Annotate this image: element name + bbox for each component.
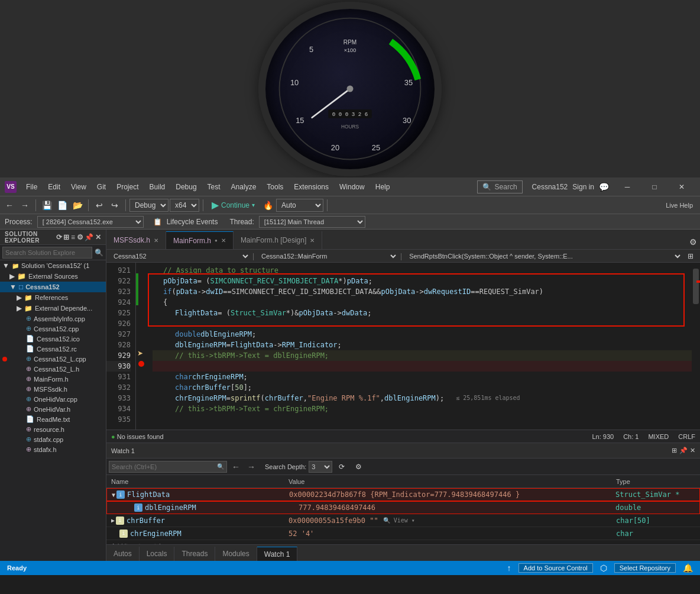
sidebar-item-readme[interactable]: 📄 ReadMe.txt [0, 414, 106, 424]
redo-button[interactable]: ↪ [108, 198, 122, 212]
sidebar-search-input[interactable] [2, 247, 92, 259]
back-button[interactable]: ← [2, 198, 17, 212]
class-dropdown[interactable]: Cessna152 [109, 250, 250, 262]
tab-mainform-close[interactable]: ✕ [221, 237, 226, 244]
view-icon[interactable]: 🔍 View ▾ [383, 517, 415, 524]
tab-mainform-design-close[interactable]: ✕ [310, 237, 315, 244]
editor-scrollbar[interactable] [692, 263, 700, 430]
thread-dropdown[interactable]: [15112] Main Thread [259, 216, 365, 228]
tab-mainform-design[interactable]: MainForm.h [Design] ✕ [234, 231, 322, 249]
sidebar-item-references[interactable]: ▶📁 References [0, 292, 106, 303]
menu-help[interactable]: Help [371, 180, 395, 193]
open-button[interactable]: 📂 [70, 198, 85, 212]
sidebar-item-cessna152-cpp[interactable]: ⊕ Cessna152.cpp [0, 324, 106, 334]
watch-search-input[interactable] [109, 463, 215, 470]
feedback-icon[interactable]: 💬 [599, 182, 609, 192]
watch-forward-icon[interactable]: → [245, 462, 258, 472]
flightdata-expand[interactable]: ▼ [112, 492, 115, 498]
tab-msfssdk[interactable]: MSFSsdk.h ✕ [106, 231, 166, 249]
sidebar-item-msfssdk-h[interactable]: ⊕ MSFSsdk.h [0, 384, 106, 394]
bottom-tab-locals[interactable]: Locals [140, 547, 175, 561]
watch-row-chrbuffer[interactable]: ▶ i chrBuffer 0x00000055a15fe9b0 "" 🔍 Vi… [106, 514, 700, 527]
debug-config-dropdown[interactable]: Debug [129, 199, 168, 212]
live-help-button[interactable]: Live Help [661, 202, 698, 209]
menu-analyze[interactable]: Analyze [226, 180, 261, 193]
sidebar-item-cessna152-ico[interactable]: 📄 Cessna152.ico [0, 334, 106, 344]
sidebar-item-cessna152-l-h[interactable]: ⊕ Cessna152_L.h [0, 364, 106, 374]
sidebar-item-external-sources[interactable]: ▶ 📁 External Sources [0, 271, 106, 282]
minimize-button[interactable]: ─ [614, 177, 641, 196]
watch-refresh-icon[interactable]: ⟳ [335, 460, 349, 474]
code-content[interactable]: // Assign data to structure pObjData = (… [148, 263, 692, 430]
sidebar-settings-icon[interactable]: ⚙ [77, 233, 84, 241]
add-watch-item[interactable]: Add item to watch [106, 540, 700, 544]
close-button[interactable]: ✕ [668, 177, 695, 196]
watch-pin-icon[interactable]: 📌 [679, 447, 688, 454]
sidebar-expand-icon[interactable]: ⊞ [63, 233, 70, 241]
menu-file[interactable]: File [21, 180, 42, 193]
menu-project[interactable]: Project [112, 180, 143, 193]
code-line-927: double dblEngineRPM; [153, 329, 692, 340]
platform-dropdown[interactable]: x64 [170, 199, 199, 212]
menu-extensions[interactable]: Extensions [289, 180, 333, 193]
editor-settings-icon[interactable]: ⚙ [686, 235, 700, 249]
sidebar-item-resource-h[interactable]: ⊕ resource.h [0, 424, 106, 434]
hot-reload-button[interactable]: 🔥 [261, 198, 275, 212]
watch-depth-select[interactable]: 3 [309, 461, 332, 473]
sidebar-item-stdafx-h[interactable]: ⊕ stdafx.h [0, 444, 106, 454]
sidebar-item-onehidvar-h[interactable]: ⊕ OneHidVar.h [0, 404, 106, 414]
auto-dropdown[interactable]: Auto [276, 199, 323, 212]
bottom-tab-watch1[interactable]: Watch 1 [257, 547, 298, 561]
sidebar-close-icon[interactable]: ✕ [95, 233, 102, 241]
menu-git[interactable]: Git [92, 180, 111, 193]
crlf-label: CRLF [678, 433, 695, 440]
new-file-button[interactable]: 📄 [55, 198, 69, 212]
process-dropdown[interactable]: [ 28264] Cessna152.exe [37, 216, 144, 228]
vs-logo: VS [5, 181, 17, 193]
add-source-control-button[interactable]: Add to Source Control [518, 563, 593, 573]
signin-label[interactable]: Sign in [572, 183, 594, 191]
sidebar-item-cessna152-rc[interactable]: 📄 Cessna152.rc [0, 344, 106, 354]
tab-msfssdk-close[interactable]: ✕ [154, 237, 158, 244]
bottom-tab-modules[interactable]: Modules [215, 547, 257, 561]
sidebar-item-assemblyinfo[interactable]: ⊕ AssemblyInfo.cpp [0, 314, 106, 324]
menu-view[interactable]: View [66, 180, 91, 193]
method-dropdown[interactable]: Cessna152::MainForm [257, 250, 398, 262]
watch-settings-icon[interactable]: ⚙ [351, 460, 365, 474]
sidebar-item-onehidvar-cpp[interactable]: ⊕ OneHidVar.cpp [0, 394, 106, 404]
menu-test[interactable]: Test [203, 180, 225, 193]
save-button[interactable]: 💾 [40, 198, 54, 212]
watch-row-dblenginerpm[interactable]: i dblEngineRPM 777.94839468497446 double [106, 501, 700, 514]
bottom-tab-autos[interactable]: Autos [106, 547, 140, 561]
editor-expand-icon[interactable]: ⊞ [683, 249, 698, 263]
forward-button[interactable]: → [18, 198, 32, 212]
sidebar-filter-icon[interactable]: ≡ [71, 233, 76, 241]
sidebar-item-mainform-h[interactable]: ⊕ MainForm.h [0, 374, 106, 384]
undo-button[interactable]: ↩ [92, 198, 106, 212]
continue-button[interactable]: ▶ Continue ▾ [207, 199, 260, 211]
sidebar-item-cessna152[interactable]: ▼ □ Cessna152 [0, 282, 106, 292]
tab-mainform[interactable]: MainForm.h ● ✕ [166, 231, 234, 249]
sidebar-pin-icon[interactable]: 📌 [85, 233, 94, 241]
menu-build[interactable]: Build [145, 180, 170, 193]
bottom-tab-threads[interactable]: Threads [174, 547, 215, 561]
sidebar-search-icon[interactable]: 🔍 [95, 248, 103, 257]
watch-close-icon[interactable]: ✕ [690, 447, 695, 454]
select-repository-button[interactable]: Select Repository [614, 563, 676, 573]
maximize-button[interactable]: □ [641, 177, 668, 196]
sidebar-item-external-deps[interactable]: ▶📁 External Depende... [0, 303, 106, 314]
menu-window[interactable]: Window [335, 180, 370, 193]
menu-edit[interactable]: Edit [43, 180, 65, 193]
watch-row-flightdata[interactable]: ▼ i FlightData 0x00002234d7b867f8 {RPM_I… [106, 488, 700, 501]
sidebar-item-solution[interactable]: ▼ 📁 Solution 'Cessna152' (1 [0, 260, 106, 271]
event-dropdown[interactable]: SendRptsBtnClick(System::Object ^ sender… [404, 250, 682, 262]
menu-debug[interactable]: Debug [171, 180, 201, 193]
watch-expand-icon[interactable]: ⊞ [672, 447, 677, 454]
chrbuffer-expand[interactable]: ▶ [111, 517, 115, 524]
menu-tools[interactable]: Tools [262, 180, 288, 193]
sidebar-item-stdafx-cpp[interactable]: ⊕ stdafx.cpp [0, 434, 106, 444]
sidebar-item-cessna152-l-cpp[interactable]: ⊕ Cessna152_L.cpp [0, 354, 106, 364]
watch-row-chrenginerpm[interactable]: i chrEngineRPM 52 '4' char [106, 527, 700, 540]
sidebar-sync-icon[interactable]: ⟳ [56, 233, 63, 241]
watch-back-icon[interactable]: ← [229, 462, 242, 472]
